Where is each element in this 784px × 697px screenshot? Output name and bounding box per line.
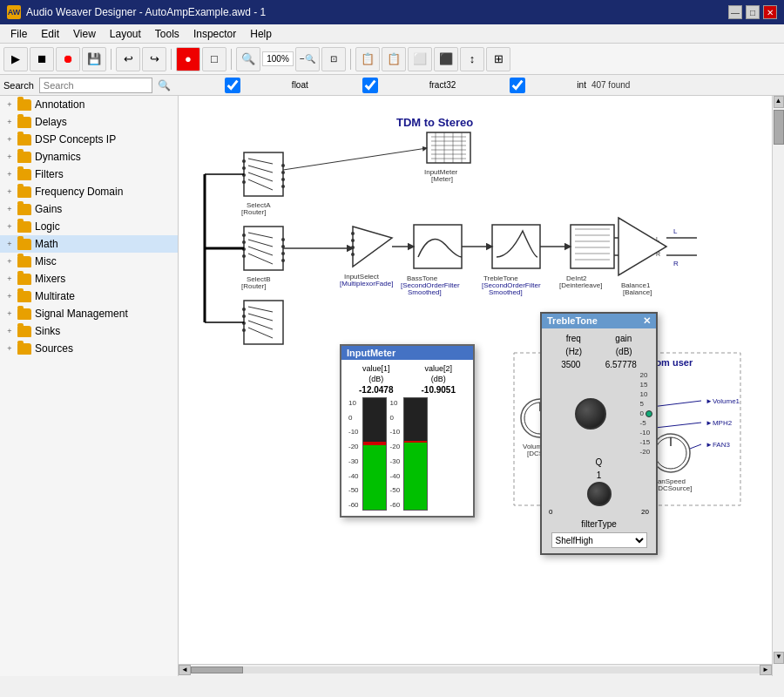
menu-file[interactable]: File <box>3 26 34 42</box>
sidebar-item-delays[interactable]: + Delays <box>0 113 178 131</box>
diagram-title: TDM to Stereo <box>396 116 473 129</box>
svg-line-32 <box>248 314 273 321</box>
window-controls[interactable]: — □ ✕ <box>728 5 777 19</box>
gain-scale: 2015105 0 -5-10-15-20 <box>640 371 652 456</box>
sidebar-item-sinks[interactable]: + Sinks <box>0 322 178 340</box>
svg-point-35 <box>242 308 246 311</box>
sidebar-item-math[interactable]: + Math <box>0 235 178 253</box>
scroll-down-btn[interactable]: ▼ <box>774 652 784 664</box>
record-button[interactable]: ⏺ <box>56 47 80 71</box>
expand-dynamics[interactable]: + <box>5 152 14 161</box>
horizontal-scrollbar[interactable]: ◄ ► <box>179 664 772 676</box>
sidebar-item-dynamics[interactable]: + Dynamics <box>0 148 178 166</box>
scroll-right2-btn[interactable]: ► <box>760 665 772 675</box>
expand-annotation[interactable]: + <box>5 100 14 109</box>
folder-icon-math <box>17 239 31 250</box>
expand-multirate[interactable]: + <box>5 292 14 301</box>
sidebar-item-misc[interactable]: + Misc <box>0 253 178 270</box>
play-button[interactable]: ▶ <box>3 47 28 71</box>
expand-delays[interactable]: + <box>5 118 14 126</box>
undo-button[interactable]: ↩ <box>116 47 140 71</box>
float-checkbox[interactable] <box>176 78 289 93</box>
svg-line-19 <box>248 254 273 264</box>
sidebar-item-filters[interactable]: + Filters <box>0 166 178 183</box>
hscroll-thumb[interactable] <box>191 667 243 673</box>
svg-line-17 <box>248 240 273 247</box>
sidebar-item-signal[interactable]: + Signal Management <box>0 305 178 322</box>
svg-rect-76 <box>571 225 614 268</box>
stop-button[interactable]: ⏹ <box>30 47 54 71</box>
gain-indicator[interactable] <box>645 410 652 417</box>
expand-gains[interactable]: + <box>5 205 14 213</box>
expand-math[interactable]: + <box>5 240 14 248</box>
search-row: Search 🔍 float fract32 int 407 found <box>0 75 784 96</box>
copy-button[interactable]: 📋 <box>355 47 380 71</box>
save-button[interactable]: 💾 <box>82 47 106 71</box>
paste-button[interactable]: 📋 <box>382 47 406 71</box>
search-input[interactable] <box>39 78 152 93</box>
filter-type-select[interactable]: ShelfHigh ShelfLow Peak Notch <box>551 532 647 548</box>
redo-button[interactable]: ↪ <box>142 47 166 71</box>
expand-sources[interactable]: + <box>5 344 14 353</box>
sidebar-item-annotation[interactable]: + Annotation <box>0 96 178 113</box>
expand-logic[interactable]: + <box>5 222 14 231</box>
svg-text:Balance1: Balance1 <box>621 281 651 289</box>
svg-point-7 <box>242 173 246 177</box>
sidebar-item-sources[interactable]: + Sources <box>0 340 178 357</box>
filter-int[interactable]: int <box>461 78 586 93</box>
sidebar-item-gains[interactable]: + Gains <box>0 200 178 218</box>
filter-float[interactable]: float <box>176 78 308 93</box>
expand-misc[interactable]: + <box>5 257 14 266</box>
vertical-scrollbar[interactable]: ▲ ▼ <box>772 96 784 676</box>
filter-fract32[interactable]: fract32 <box>314 78 456 93</box>
grid-button[interactable]: ⊞ <box>486 47 510 71</box>
scroll-up-btn[interactable]: ▲ <box>774 96 784 108</box>
zoom-fit-button[interactable]: ⊡ <box>321 47 346 71</box>
meter-col-1 <box>362 397 387 511</box>
canvas-area: ◄ ► Top Find: 🔍 ◄ ► TDM to Stereo <box>179 96 784 676</box>
zoom-in-button[interactable]: 🔍 <box>236 47 260 71</box>
expand-mixers[interactable]: + <box>5 274 14 283</box>
stop2-button[interactable]: □ <box>202 47 226 71</box>
folder-icon-dsp <box>17 134 31 145</box>
scroll-thumb-v[interactable] <box>774 110 784 145</box>
svg-text:►MPH2: ►MPH2 <box>706 419 733 427</box>
expand-frequency[interactable]: + <box>5 187 14 196</box>
zoom-level[interactable] <box>262 51 294 66</box>
sidebar-item-mixers[interactable]: + Mixers <box>0 270 178 288</box>
sidebar-item-multirate[interactable]: + Multirate <box>0 288 178 305</box>
int-checkbox[interactable] <box>461 78 574 93</box>
folder-icon-logic <box>17 221 31 233</box>
expand-filters[interactable]: + <box>5 170 14 179</box>
sidebar-item-frequency[interactable]: + Frequency Domain <box>0 183 178 200</box>
sources-label: Sources <box>35 342 73 355</box>
search-icon[interactable]: 🔍 <box>158 79 171 91</box>
expand-sinks[interactable]: + <box>5 327 14 335</box>
arrange-button[interactable]: ↕ <box>460 47 484 71</box>
freq-knob[interactable] <box>575 398 606 430</box>
menu-layout[interactable]: Layout <box>103 26 148 42</box>
trebletone-close[interactable]: ✕ <box>643 315 651 327</box>
sidebar-item-dsp[interactable]: + DSP Concepts IP <box>0 131 178 148</box>
align-button[interactable]: ⬜ <box>408 47 432 71</box>
menu-help[interactable]: Help <box>243 26 279 42</box>
scroll-left2-btn[interactable]: ◄ <box>179 665 191 675</box>
fract32-checkbox[interactable] <box>314 78 427 93</box>
close-button[interactable]: ✕ <box>763 5 777 19</box>
sidebar-item-logic[interactable]: + Logic <box>0 218 178 235</box>
inputmeter-title: InputMeter <box>341 346 473 360</box>
menu-view[interactable]: View <box>66 26 103 42</box>
maximize-button[interactable]: □ <box>746 5 760 19</box>
menu-tools[interactable]: Tools <box>148 26 186 42</box>
folder-icon-misc <box>17 256 31 267</box>
q-knob[interactable] <box>587 482 612 506</box>
minimize-button[interactable]: — <box>728 5 742 19</box>
menu-inspector[interactable]: Inspector <box>186 26 243 42</box>
expand-signal[interactable]: + <box>5 309 14 318</box>
svg-rect-66 <box>414 225 462 268</box>
menu-edit[interactable]: Edit <box>34 26 66 42</box>
distribute-button[interactable]: ⬛ <box>434 47 458 71</box>
expand-dsp[interactable]: + <box>5 135 14 144</box>
run-button[interactable]: ● <box>176 47 200 71</box>
zoom-out-button[interactable]: −🔍 <box>295 47 320 71</box>
